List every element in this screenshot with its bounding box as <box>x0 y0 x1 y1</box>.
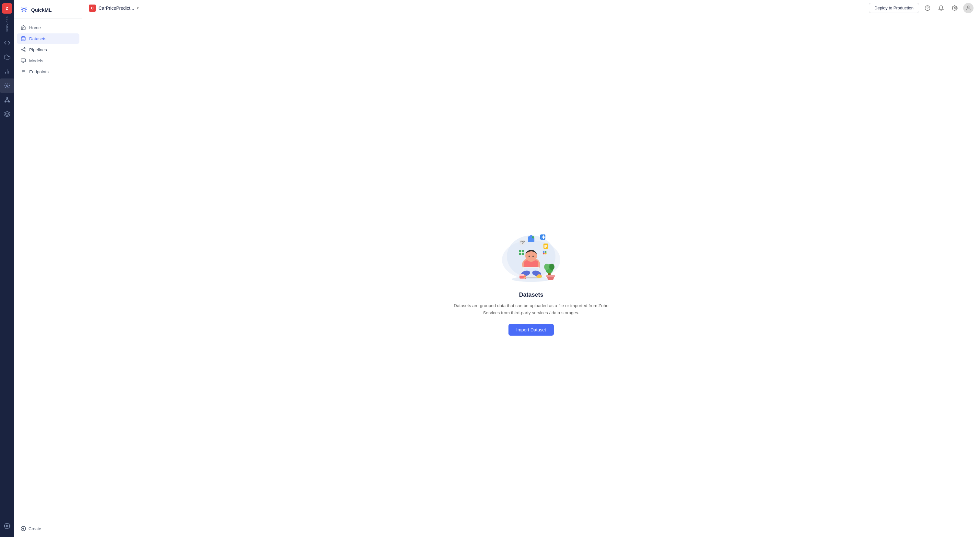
rail-cloud-icon[interactable] <box>0 50 14 64</box>
nav-label-datasets: Datasets <box>29 36 46 41</box>
import-dataset-button[interactable]: Import Dataset <box>509 324 554 336</box>
svg-line-10 <box>7 99 9 101</box>
svg-line-18 <box>23 50 24 51</box>
bell-icon <box>938 5 944 11</box>
nav-item-datasets[interactable]: Datasets <box>17 33 80 44</box>
nav-label-endpoints: Endpoints <box>29 69 49 74</box>
svg-text:Z: Z <box>6 6 8 10</box>
help-button[interactable] <box>922 3 933 13</box>
nav-label-pipelines: Pipelines <box>29 47 47 52</box>
svg-rect-56 <box>520 274 524 276</box>
sidebar-title: QuickML <box>31 7 51 13</box>
nav-label-home: Home <box>29 25 41 30</box>
svg-point-17 <box>24 51 25 52</box>
topbar-right: Deploy to Production <box>869 3 974 13</box>
svg-point-31 <box>954 7 956 9</box>
svg-point-52 <box>544 264 549 270</box>
icon-rail: Z Services <box>0 0 14 537</box>
svg-rect-54 <box>546 275 555 277</box>
rail-code-icon[interactable] <box>0 36 14 50</box>
endpoints-icon <box>21 69 26 74</box>
svg-point-12 <box>6 525 8 527</box>
svg-point-16 <box>21 49 23 50</box>
topbar: C CarPricePredict... ▾ Deploy to Product… <box>82 0 980 16</box>
svg-point-59 <box>528 236 530 238</box>
nav-item-models[interactable]: Models <box>17 56 80 66</box>
svg-rect-63 <box>520 240 525 245</box>
svg-point-15 <box>24 47 25 49</box>
svg-point-75 <box>545 253 547 254</box>
svg-point-6 <box>6 97 8 99</box>
deploy-to-production-button[interactable]: Deploy to Production <box>869 3 919 13</box>
svg-rect-64 <box>544 244 548 249</box>
notifications-button[interactable] <box>936 3 946 13</box>
rail-deploy-icon[interactable] <box>0 107 14 121</box>
sidebar-nav: Home Datasets Pipelines Models Endpoints <box>14 19 82 520</box>
rail-analytics-icon[interactable] <box>0 64 14 78</box>
svg-point-73 <box>545 251 547 253</box>
topbar-left: C CarPricePredict... ▾ <box>89 5 139 12</box>
user-avatar[interactable] <box>963 3 974 13</box>
nav-item-home[interactable]: Home <box>17 22 80 33</box>
datasets-icon <box>21 36 26 41</box>
project-dropdown-arrow[interactable]: ▾ <box>137 6 139 10</box>
svg-point-29 <box>925 5 930 10</box>
svg-rect-55 <box>520 275 524 279</box>
sidebar-header: QuickML <box>14 0 82 19</box>
quickml-logo-icon <box>19 5 29 14</box>
svg-point-49 <box>536 275 542 278</box>
project-letter: C <box>91 6 94 10</box>
plus-circle-icon <box>21 526 26 531</box>
svg-point-71 <box>542 250 547 255</box>
gear-icon <box>952 5 958 11</box>
project-badge: C <box>89 5 96 12</box>
svg-point-14 <box>21 36 25 38</box>
pipelines-icon <box>21 47 26 52</box>
datasets-illustration <box>495 218 567 282</box>
sidebar: QuickML Home Datasets Pipelines Models E… <box>14 0 82 537</box>
rail-settings-bottom-icon[interactable] <box>0 519 14 533</box>
svg-point-40 <box>533 255 534 257</box>
project-name: CarPricePredict... <box>99 5 134 11</box>
page-body: Datasets Datasets are grouped data that … <box>82 16 980 537</box>
empty-state-description: Datasets are grouped data that can be up… <box>453 302 609 316</box>
svg-point-32 <box>967 6 969 8</box>
create-label: Create <box>29 526 41 531</box>
nav-item-endpoints[interactable]: Endpoints <box>17 67 80 77</box>
rail-integrations-icon[interactable] <box>0 93 14 107</box>
rail-ml-icon[interactable] <box>0 78 14 93</box>
svg-point-13 <box>23 8 25 11</box>
help-icon <box>924 5 931 11</box>
sidebar-footer: Create <box>14 520 82 537</box>
models-icon <box>21 58 26 63</box>
services-label: Services <box>6 16 9 32</box>
svg-line-19 <box>23 48 24 49</box>
settings-button[interactable] <box>950 3 960 13</box>
create-button[interactable]: Create <box>19 524 77 533</box>
svg-rect-20 <box>21 59 25 62</box>
app-logo: Z <box>2 3 12 14</box>
user-icon <box>966 5 971 11</box>
svg-point-60 <box>532 236 535 238</box>
main-content: C CarPricePredict... ▾ Deploy to Product… <box>82 0 980 537</box>
nav-label-models: Models <box>29 58 43 63</box>
svg-line-9 <box>5 99 7 101</box>
svg-point-72 <box>543 251 545 253</box>
empty-state-title: Datasets <box>519 292 543 298</box>
home-icon <box>21 25 26 30</box>
nav-item-pipelines[interactable]: Pipelines <box>17 45 80 55</box>
svg-point-5 <box>6 85 8 86</box>
svg-point-39 <box>528 255 530 257</box>
svg-point-74 <box>543 253 545 254</box>
svg-point-53 <box>549 264 555 270</box>
